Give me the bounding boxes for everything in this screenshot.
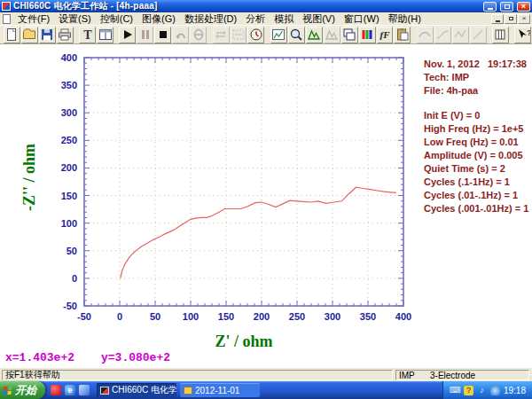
x-tick-label: 100 [183,311,199,322]
undo-icon [174,27,188,42]
y-tick-label: 250 [61,135,77,145]
task-buttons: CHI660C 电化学工...2012-11-01 [95,383,262,397]
info-line: Cycles (.1-1Hz) = 1 [424,176,528,189]
keyboard-icon[interactable]: ⌨ [450,386,460,395]
repeat-run-button[interactable] [213,27,230,43]
info-line: Low Freq (Hz) = 0.01 [424,136,528,149]
font-settings-button[interactable]: fF [377,27,394,43]
mdi-controls: × [491,14,530,24]
cursor-y-value: y=3.080e+2 [101,351,170,364]
graph-layout-button[interactable] [97,27,113,43]
minimize-button[interactable] [483,2,497,12]
paste-icon [395,27,410,42]
stop-experiment-button[interactable] [154,27,171,43]
menu-item-help[interactable]: 帮助(H) [384,12,426,26]
x-tick-label: -50 [77,311,91,322]
text-annotation-button[interactable]: T [79,27,96,43]
fit-baseline-button[interactable] [417,27,434,43]
menu-items: 文件(F)设置(S)控制(C)图像(G)数据处理(D)分析模拟视图(V)窗口(W… [13,12,426,26]
mask-icon [231,27,246,42]
save-file-button[interactable] [39,27,56,43]
fit3-icon [453,27,467,42]
system-tray: ⌨ ? ♪ 19:18 [442,381,532,399]
x-tick-label: 50 [150,311,160,322]
print-icon [58,27,72,42]
close-button[interactable]: × [517,2,530,12]
peak2-icon [325,27,339,42]
menu-item-view[interactable]: 视图(V) [298,12,340,26]
taskbar: 开始 e CHI660C 电化学工...2012-11-01 ⌨ ? ♪ 19:… [0,381,532,399]
info-line: Amplitude (V) = 0.005 [424,149,528,162]
clock-icon [249,27,263,42]
text-icon: T [81,27,95,42]
stop-icon [156,27,170,42]
experiment-info-panel: Nov. 1, 2012 19:17:38Tech: IMPFile: 4h-p… [424,58,528,215]
present-data-plot-button[interactable] [270,27,287,43]
reverse-scan-button[interactable] [172,27,189,43]
show-desktop-icon[interactable] [79,385,90,395]
print-button[interactable] [57,27,74,43]
menu-item-file[interactable]: 文件(F) [13,12,54,26]
open-file-button[interactable] [21,27,38,43]
status-help-text: 按F1获得帮助 [5,369,60,381]
info-line: Cycles (.01-.1Hz) = 1 [424,189,528,202]
run-experiment-button[interactable] [119,27,136,43]
folder-icon [184,387,192,395]
start-button[interactable]: 开始 [0,381,45,399]
fit-exponential-button[interactable] [434,27,451,43]
update-shield-icon[interactable]: ? [464,386,473,395]
status-help-panel: 按F1获得帮助 [2,370,393,380]
macro-command-button[interactable] [231,27,247,43]
title-bar: CHI660C 电化学工作站 - [4h-paaa] × [0,0,532,12]
color-and-legend-button[interactable] [359,27,376,43]
menu-item-control[interactable]: 控制(C) [96,12,137,26]
auto-results-button[interactable] [324,27,340,43]
internet-explorer-icon[interactable]: e [65,385,75,395]
mdi-minimize-icon [496,20,500,22]
cell-control-button[interactable] [190,27,207,43]
svg-text:T: T [83,28,92,42]
fit-slope-button[interactable] [470,27,487,43]
mdi-minimize-button[interactable] [491,14,504,24]
toolbar: TfF? [0,25,532,44]
pause-icon [138,27,153,42]
info-line: Tech: IMP [424,71,528,84]
taskbar-task-folder-2012-11-01[interactable]: 2012-11-01 [180,383,260,397]
media-player-icon[interactable] [51,385,61,395]
y-tick-label: 300 [61,107,77,118]
start-label: 开始 [15,383,36,398]
menu-item-analysis[interactable]: 分析 [241,12,270,26]
menu-item-graphics[interactable]: 图像(G) [137,12,180,26]
restore-button[interactable] [500,2,513,12]
info-line: Cycles (.001-.01Hz) = 1 [424,202,528,215]
task-label: CHI660C 电化学工... [112,384,176,396]
info-line: Quiet Time (s) = 2 [424,162,528,176]
chart-icon [271,27,286,42]
copy-to-clipboard-button[interactable] [394,27,411,43]
data-listing-button[interactable] [492,27,509,43]
zoom-plot-button[interactable] [288,27,305,43]
menu-item-data-processing[interactable]: 数据处理(D) [180,12,241,26]
manual-results-button[interactable] [306,27,323,43]
pause-experiment-button[interactable] [137,27,153,43]
open-icon [22,27,36,42]
taskbar-task-chi660c-window[interactable]: CHI660C 电化学工... [97,383,176,397]
run-timer-button[interactable] [247,27,264,43]
new-icon [4,27,19,42]
language-icon[interactable] [490,386,500,395]
overlay-plots-button[interactable] [341,27,358,43]
menu-item-simulation[interactable]: 模拟 [270,12,298,26]
fit-interpolation-button[interactable] [452,27,469,43]
sync-icon [214,27,228,42]
mdi-restore-button[interactable] [505,14,517,24]
save-icon [40,27,54,42]
new-file-button[interactable] [4,27,20,43]
y-tick-label: 350 [61,80,77,90]
context-help-button[interactable]: ? [514,27,531,43]
info-line: Init E (V) = 0 [424,109,528,122]
menu-item-setup[interactable]: 设置(S) [54,12,96,26]
info-line: Nov. 1, 2012 19:17:38 [424,58,528,71]
volume-icon[interactable]: ♪ [477,386,487,395]
menu-item-window[interactable]: 窗口(W) [340,12,384,26]
mdi-close-button[interactable]: × [518,14,530,24]
